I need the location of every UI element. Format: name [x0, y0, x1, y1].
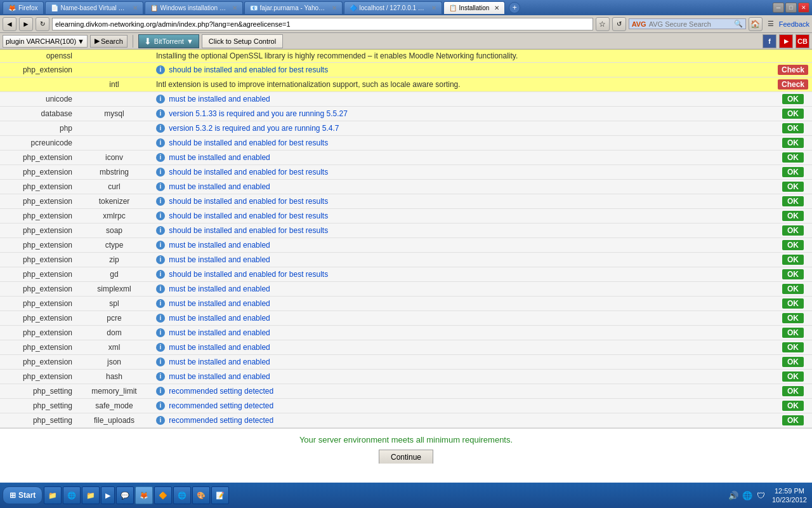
row-link[interactable]: should be installed and enabled for best…	[169, 168, 328, 177]
tab-4[interactable]: 🔷 localhost / 127.0.0.1 / moodl... ✕	[344, 1, 442, 14]
row-link[interactable]: must be installed and enabled	[169, 299, 270, 308]
row-link[interactable]: must be installed and enabled	[169, 358, 270, 366]
row-name: curl	[76, 180, 152, 194]
taskbar-item-ie[interactable]: 🌐	[63, 486, 81, 504]
tray-icon-2[interactable]: 🌐	[742, 490, 753, 501]
tab1-close[interactable]: ✕	[133, 4, 138, 11]
tab-firefox[interactable]: 🦊 Firefox	[3, 1, 44, 14]
new-tab-button[interactable]: +	[509, 2, 520, 13]
row-link[interactable]: should be installed and enabled for best…	[169, 197, 328, 206]
taskbar-item-paint[interactable]: 🎨	[192, 486, 210, 504]
row-link[interactable]: recommended setting detected	[169, 387, 273, 396]
tab-3[interactable]: 📧 fajar.purnama - Yahoo! Mail ✕	[244, 1, 343, 14]
taskbar-item-explorer[interactable]: 📁	[44, 486, 62, 504]
row-link[interactable]: must be installed and enabled	[169, 255, 270, 264]
forward-button[interactable]: ►	[19, 17, 33, 31]
address-input[interactable]	[52, 18, 593, 30]
plugin-dropdown[interactable]: plugin VARCHAR(100) ▼	[3, 35, 88, 48]
row-link[interactable]: must be installed and enabled	[169, 314, 270, 323]
table-row: pcreunicode i should be installed and en…	[0, 136, 812, 150]
row-link[interactable]: version 5.3.2 is required and you are ru…	[169, 124, 339, 133]
feedback-link[interactable]: Feedback	[779, 20, 809, 28]
row-type: php_extension	[0, 355, 76, 370]
back-button[interactable]: ◄	[3, 17, 16, 31]
avg-search-icon[interactable]: 🔍	[734, 20, 743, 28]
row-type: php_extension	[0, 282, 76, 297]
tab-5-installation[interactable]: 📋 Installation ✕	[443, 1, 506, 14]
row-link[interactable]: should be installed and enabled for best…	[169, 211, 328, 220]
taskbar-item-media[interactable]: ▶	[101, 486, 115, 504]
taskbar-item-browser2[interactable]: 🌐	[173, 486, 191, 504]
info-icon: i	[156, 372, 165, 381]
row-link[interactable]: recommended setting detected	[169, 401, 273, 410]
row-status: OK	[774, 413, 812, 428]
row-link[interactable]: recommended setting detected	[169, 416, 273, 425]
tab3-close[interactable]: ✕	[332, 4, 337, 11]
row-status: OK	[774, 253, 812, 267]
row-link[interactable]: should be installed and enabled for best…	[169, 138, 328, 147]
row-status: OK	[774, 165, 812, 180]
taskbar-item-filemanager[interactable]: 📁	[82, 486, 100, 504]
home-button[interactable]: 🏠	[749, 17, 763, 31]
row-link[interactable]: must be installed and enabled	[169, 284, 270, 293]
row-link[interactable]: must be installed and enabled	[169, 328, 270, 337]
minimize-button[interactable]: ─	[773, 3, 784, 13]
taskbar-item-firefox[interactable]: 🦊	[135, 486, 153, 504]
row-link[interactable]: must be installed and enabled	[169, 372, 270, 381]
row-link[interactable]: should be installed and enabled for best…	[169, 270, 328, 279]
status-badge: OK	[782, 415, 804, 425]
main-content[interactable]: openssl Installing the optional OpenSSL …	[0, 50, 812, 464]
tab4-close[interactable]: ✕	[431, 4, 436, 11]
menu-button[interactable]: ☰	[768, 20, 774, 28]
facebook-icon[interactable]: f	[763, 34, 776, 48]
continue-button[interactable]: Continue	[379, 450, 433, 464]
row-type: database	[0, 107, 76, 121]
taskbar-item-xampp[interactable]: 🔶	[154, 486, 172, 504]
row-type: php_extension	[0, 63, 76, 77]
row-type: php_extension	[0, 297, 76, 311]
info-icon: i	[156, 95, 165, 104]
refresh-btn2[interactable]: ↺	[612, 17, 626, 31]
search-icon: ▶	[95, 37, 100, 45]
status-badge: OK	[782, 269, 804, 279]
window-controls: ─ □ ✕	[773, 3, 809, 13]
star-button[interactable]: ☆	[596, 17, 610, 31]
row-type: php_setting	[0, 399, 76, 413]
restore-button[interactable]: □	[785, 3, 797, 13]
row-link[interactable]: must be installed and enabled	[169, 95, 270, 104]
close-button[interactable]: ✕	[798, 3, 809, 13]
start-button[interactable]: ⊞ Start	[3, 486, 43, 504]
tab2-close[interactable]: ✕	[232, 4, 237, 11]
bittorrent-button[interactable]: ⬇ BitTorrent ▼	[138, 34, 199, 48]
row-link[interactable]: must be installed and enabled	[169, 153, 270, 162]
table-row: php_extension tokenizer i should be inst…	[0, 194, 812, 209]
footer-area: Your server environment meets all minimu…	[0, 428, 812, 464]
avg-search-input[interactable]	[649, 20, 731, 28]
row-link[interactable]: should be installed and enabled for best…	[169, 65, 328, 74]
refresh-button[interactable]: ↻	[36, 17, 49, 31]
tray-icon-3[interactable]: 🛡	[756, 490, 767, 501]
row-link[interactable]: should be installed and enabled for best…	[169, 226, 328, 235]
status-badge: OK	[782, 109, 804, 119]
row-link[interactable]: must be installed and enabled	[169, 241, 270, 250]
taskbar-item-notepad[interactable]: 📝	[211, 486, 229, 504]
row-link[interactable]: must be installed and enabled	[169, 343, 270, 352]
table-row: php_extension json i must be installed a…	[0, 355, 812, 370]
cb-icon[interactable]: CB	[796, 34, 809, 48]
taskbar-item-skype[interactable]: 💬	[116, 486, 134, 504]
tray-icon-1[interactable]: 🔊	[728, 490, 739, 501]
youtube-icon[interactable]: ▶	[779, 34, 793, 48]
search-button[interactable]: ▶ Search	[90, 35, 128, 48]
row-status: OK	[774, 340, 812, 355]
row-name	[76, 136, 152, 150]
row-link[interactable]: must be installed and enabled	[169, 182, 270, 191]
tab5-close[interactable]: ✕	[494, 4, 499, 11]
tab3-icon: 📧	[250, 4, 258, 11]
tab-2[interactable]: 📋 Windows installation using X... ✕	[145, 1, 243, 14]
row-name: mbstring	[76, 165, 152, 180]
info-icon: i	[156, 153, 165, 162]
setup-control-button[interactable]: Click to Setup Control	[202, 34, 283, 48]
tab-1[interactable]: 📄 Name-based Virtual Host Su... ✕	[45, 1, 143, 14]
browser2-icon: 🌐	[178, 491, 187, 500]
row-link[interactable]: version 5.1.33 is required and you are r…	[169, 109, 348, 118]
